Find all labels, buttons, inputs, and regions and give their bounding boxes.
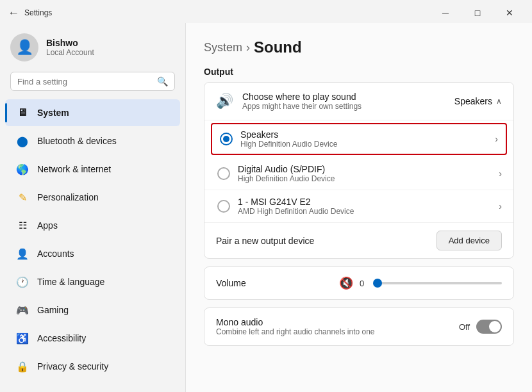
output-header-text: Choose where to play sound Apps might ha… [242,92,362,111]
close-button[interactable]: ✕ [495,4,524,22]
time-icon: 🕐 [15,275,29,289]
device-msi-left: 1 - MSI G241V E2 AMD High Definition Aud… [217,197,354,216]
radio-inner-speakers [223,136,229,142]
user-section: 👤 Bishwo Local Account [0,23,185,69]
search-icon: 🔍 [157,76,168,86]
device-digital-left: Digital Audio (S/PDIF) High Definition A… [217,164,335,183]
breadcrumb-current: Sound [254,38,302,56]
volume-label: Volume [216,278,267,288]
output-header-left: 🔊 Choose where to play sound Apps might … [216,92,362,111]
title-bar: ← Settings ─ □ ✕ [0,0,532,23]
breadcrumb: System › Sound [204,38,514,56]
volume-card: Volume 🔇 0 [204,266,514,300]
speakers-chevron-right-icon[interactable]: › [495,134,498,144]
back-button[interactable]: ← [8,6,19,20]
sidebar-label-apps: Apps [37,220,58,231]
device-row-speakers[interactable]: Speakers High Definition Audio Device › [211,123,507,155]
gaming-icon: 🎮 [15,303,29,317]
speaker-name: Speakers [240,129,337,140]
user-info: Bishwo Local Account [46,38,94,57]
device-speakers-left: Speakers High Definition Audio Device [220,129,337,149]
digital-sub: High Definition Audio Device [238,174,335,183]
sidebar-label-network: Network & internet [37,164,111,174]
sidebar-label-time: Time & language [37,277,104,287]
sidebar-label-accounts: Accounts [37,249,74,259]
sidebar-label-gaming: Gaming [37,305,69,315]
mono-text: Mono audio Combine left and right audio … [216,317,375,336]
speaker-sub: High Definition Audio Device [240,140,337,149]
sidebar-item-bluetooth[interactable]: ⬤ Bluetooth & devices [5,127,180,154]
output-section-label: Output [204,67,514,77]
accessibility-icon: ♿ [15,331,29,345]
mono-toggle-label: Off [459,322,470,332]
mono-right: Off [459,320,502,334]
device-row-digital[interactable]: Digital Audio (S/PDIF) High Definition A… [204,158,513,190]
sidebar-label-privacy: Privacy & security [37,361,108,372]
breadcrumb-parent: System [204,41,242,54]
device-row-msi[interactable]: 1 - MSI G241V E2 AMD High Definition Aud… [204,190,513,223]
digital-chevron-right-icon[interactable]: › [499,168,502,179]
volume-thumb[interactable] [373,279,382,288]
system-icon: 🖥 [15,106,29,120]
sidebar-item-accounts[interactable]: 👤 Accounts [5,240,180,267]
msi-chevron-right-icon[interactable]: › [499,201,502,211]
apps-icon: ☷ [15,218,29,233]
privacy-icon: 🔒 [15,359,29,373]
pair-row: Pair a new output device Add device [204,223,513,258]
radio-speakers[interactable] [220,133,233,145]
output-header-row[interactable]: 🔊 Choose where to play sound Apps might … [204,83,513,120]
sidebar-label-accessibility: Accessibility [37,333,86,343]
breadcrumb-sep: › [246,41,250,54]
volume-controls: 🔇 0 [267,276,502,290]
device-speakers-info: Speakers High Definition Audio Device [240,129,337,149]
title-bar-title: Settings [24,8,52,17]
toggle-thumb [489,321,501,332]
search-input[interactable] [17,77,152,86]
accounts-icon: 👤 [15,247,29,261]
search-box[interactable]: 🔍 [10,72,175,91]
volume-mute-icon[interactable]: 🔇 [339,276,353,290]
mono-sub: Combine left and right audio channels in… [216,327,375,336]
sidebar-label-system: System [37,108,69,118]
output-card: 🔊 Choose where to play sound Apps might … [204,82,514,259]
maximize-button[interactable]: □ [463,4,492,22]
sidebar-item-gaming[interactable]: 🎮 Gaming [5,297,180,323]
sidebar: 👤 Bishwo Local Account 🔍 🖥 System ⬤ Blue… [0,23,186,392]
sidebar-item-time[interactable]: 🕐 Time & language [5,268,180,295]
volume-row: Volume 🔇 0 [204,267,513,299]
sidebar-item-apps[interactable]: ☷ Apps [5,212,180,239]
digital-name: Digital Audio (S/PDIF) [238,164,335,174]
mono-row: Mono audio Combine left and right audio … [204,308,513,345]
sidebar-item-network[interactable]: 🌎 Network & internet [5,156,180,183]
user-name: Bishwo [46,38,94,48]
radio-msi[interactable] [217,200,230,213]
sidebar-label-bluetooth: Bluetooth & devices [37,136,117,146]
network-icon: 🌎 [15,162,29,176]
sidebar-label-personalization: Personalization [37,192,99,202]
sidebar-item-accessibility[interactable]: ♿ Accessibility [5,325,180,352]
speaker-big-icon: 🔊 [216,93,233,110]
volume-slider[interactable] [374,282,502,284]
mono-card: Mono audio Combine left and right audio … [204,307,514,346]
msi-name: 1 - MSI G241V E2 [238,197,354,207]
device-digital-info: Digital Audio (S/PDIF) High Definition A… [238,164,335,183]
title-bar-left: ← Settings [8,6,52,20]
msi-sub: AMD High Definition Audio Device [238,207,354,216]
main-content: System › Sound Output 🔊 Choose where to … [186,23,532,392]
user-sub: Local Account [46,48,94,57]
volume-value: 0 [360,279,367,288]
radio-digital[interactable] [217,167,230,180]
device-msi-info: 1 - MSI G241V E2 AMD High Definition Aud… [238,197,354,216]
pair-label: Pair a new output device [216,236,314,246]
mono-toggle[interactable] [476,320,502,334]
sidebar-item-system[interactable]: 🖥 System [5,99,180,126]
output-header-right[interactable]: Speakers ∧ [454,96,502,106]
avatar: 👤 [10,33,38,61]
sidebar-item-personalization[interactable]: ✎ Personalization [5,184,180,211]
add-device-button[interactable]: Add device [436,231,502,250]
title-bar-controls: ─ □ ✕ [431,4,524,22]
minimize-button[interactable]: ─ [431,4,460,22]
choose-value: Speakers [454,96,492,106]
chevron-up-icon: ∧ [496,97,502,106]
sidebar-item-privacy[interactable]: 🔒 Privacy & security [5,353,180,380]
